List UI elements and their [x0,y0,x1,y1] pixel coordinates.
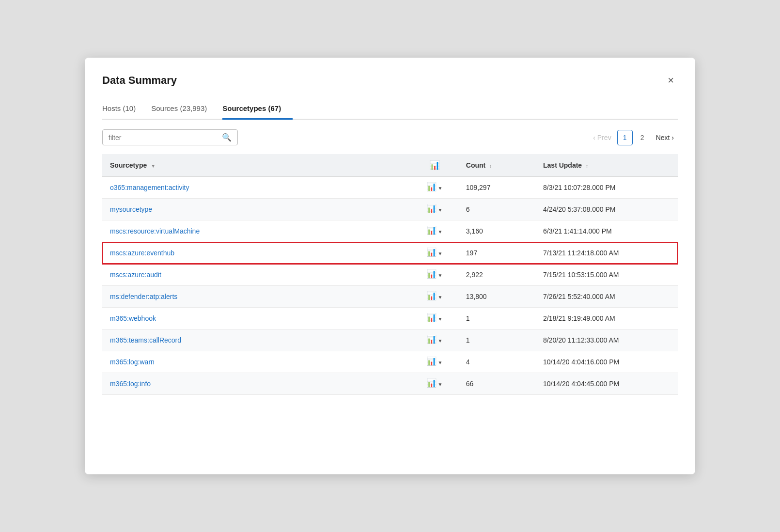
bar-chart-icon: 📊 [426,206,437,214]
sourcetype-link[interactable]: m365:webhook [110,314,156,322]
bar-chart-dropdown[interactable]: 📊 ▼ [426,206,442,214]
sourcetype-link[interactable]: mscs:azure:audit [110,271,161,279]
count-cell: 1 [458,329,535,351]
next-page-button[interactable]: Next › [652,132,678,143]
sourcetype-sort-icon[interactable]: ▼ [151,163,156,169]
dropdown-arrow-icon: ▼ [437,295,442,300]
sourcetype-link[interactable]: o365:management:activity [110,184,189,191]
bar-chart-dropdown[interactable]: 📊 ▼ [426,337,442,344]
table-row: mysourcetype📊 ▼64/24/20 5:37:08.000 PM [102,199,678,220]
sourcetype-link[interactable]: m365:log:warn [110,358,155,366]
bar-chart-icon: 📊 [426,315,437,323]
last-update-cell: 8/3/21 10:07:28.000 PM [535,177,678,199]
close-button[interactable]: × [664,73,678,88]
sourcetype-link[interactable]: mscs:resource:virtualMachine [110,227,200,235]
last-update-cell: 7/13/21 11:24:18.000 AM [535,242,678,264]
table-row: mscs:resource:virtualMachine📊 ▼3,1606/3/… [102,220,678,242]
table-row: ms:defender:atp:alerts📊 ▼13,8007/26/21 5… [102,286,678,308]
col-header-sourcetype: Sourcetype ▼ [102,154,411,177]
chart-cell: 📊 ▼ [411,329,458,351]
sourcetype-link[interactable]: m365:teams:callRecord [110,336,181,344]
last-update-cell: 10/14/20 4:04:45.000 PM [535,373,678,395]
bar-chart-icon: 📊 [426,184,437,192]
table-row: m365:log:warn📊 ▼410/14/20 4:04:16.000 PM [102,351,678,373]
bar-chart-dropdown[interactable]: 📊 ▼ [426,380,442,388]
modal-title: Data Summary [102,74,177,87]
bar-chart-dropdown[interactable]: 📊 ▼ [426,250,442,257]
dropdown-arrow-icon: ▼ [437,273,442,278]
count-cell: 66 [458,373,535,395]
table-row: m365:teams:callRecord📊 ▼18/20/20 11:12:3… [102,329,678,351]
bar-chart-icon: 📊 [426,271,437,279]
sourcetype-link[interactable]: m365:log:info [110,380,151,388]
chart-cell: 📊 ▼ [411,286,458,308]
table-row: mscs:azure:audit📊 ▼2,9227/15/21 10:53:15… [102,264,678,286]
count-cell: 1 [458,308,535,329]
tab-sourcetypes[interactable]: Sourcetypes (67) [222,99,293,120]
table-row: m365:log:info📊 ▼6610/14/20 4:04:45.000 P… [102,373,678,395]
count-sort-icon[interactable]: ↕ [489,163,492,169]
chart-cell: 📊 ▼ [411,199,458,220]
count-cell: 6 [458,199,535,220]
tab-hosts[interactable]: Hosts (10) [102,99,147,120]
chart-cell: 📊 ▼ [411,242,458,264]
search-icon: 🔍 [222,133,232,142]
dropdown-arrow-icon: ▼ [437,229,442,235]
sourcetype-cell: mscs:azure:audit [102,264,411,286]
count-cell: 2,922 [458,264,535,286]
last-update-cell: 2/18/21 9:19:49.000 AM [535,308,678,329]
pagination: ‹ Prev 1 2 Next › [589,130,678,145]
filter-box[interactable]: 🔍 [102,129,238,145]
page-1-button[interactable]: 1 [617,130,633,145]
sourcetype-cell: m365:log:info [102,373,411,395]
last-update-cell: 4/24/20 5:37:08.000 PM [535,199,678,220]
dropdown-arrow-icon: ▼ [437,316,442,322]
count-cell: 109,297 [458,177,535,199]
last-update-cell: 10/14/20 4:04:16.000 PM [535,351,678,373]
sourcetype-link[interactable]: ms:defender:atp:alerts [110,293,177,300]
dropdown-arrow-icon: ▼ [437,382,442,387]
sourcetype-link[interactable]: mscs:azure:eventhub [110,249,174,257]
sourcetypes-table: Sourcetype ▼ 📊 Count ↕ Last Update ↕ o36… [102,154,678,395]
table-body: o365:management:activity📊 ▼109,2978/3/21… [102,177,678,395]
prev-page-button[interactable]: ‹ Prev [589,132,615,143]
sourcetype-link[interactable]: mysourcetype [110,205,152,213]
col-header-count: Count ↕ [458,154,535,177]
tab-sources[interactable]: Sources (23,993) [151,99,218,120]
sourcetype-cell: mscs:azure:eventhub [102,242,411,264]
bar-chart-icon: 📊 [426,359,437,366]
sourcetype-cell: mysourcetype [102,199,411,220]
col-header-chart: 📊 [411,154,458,177]
sourcetype-cell: ms:defender:atp:alerts [102,286,411,308]
bar-chart-dropdown[interactable]: 📊 ▼ [426,271,442,279]
bar-chart-dropdown[interactable]: 📊 ▼ [426,228,442,235]
table-row: mscs:azure:eventhub📊 ▼1977/13/21 11:24:1… [102,242,678,264]
table-row: o365:management:activity📊 ▼109,2978/3/21… [102,177,678,199]
data-summary-modal: Data Summary × Hosts (10) Sources (23,99… [85,58,695,474]
dropdown-arrow-icon: ▼ [437,186,442,191]
filter-input[interactable] [109,134,222,141]
chart-cell: 📊 ▼ [411,351,458,373]
bar-chart-dropdown[interactable]: 📊 ▼ [426,315,442,323]
bar-chart-dropdown[interactable]: 📊 ▼ [426,184,442,192]
last-update-cell: 8/20/20 11:12:33.000 AM [535,329,678,351]
count-cell: 3,160 [458,220,535,242]
count-cell: 197 [458,242,535,264]
chart-column-icon: 📊 [429,160,440,170]
toolbar: 🔍 ‹ Prev 1 2 Next › [102,129,678,145]
chart-cell: 📊 ▼ [411,373,458,395]
page-2-button[interactable]: 2 [635,130,650,145]
sourcetype-cell: m365:log:warn [102,351,411,373]
last-update-cell: 7/26/21 5:52:40.000 AM [535,286,678,308]
sourcetype-cell: m365:webhook [102,308,411,329]
bar-chart-icon: 📊 [426,337,437,344]
last-update-cell: 6/3/21 1:41:14.000 PM [535,220,678,242]
bar-chart-icon: 📊 [426,250,437,257]
sourcetype-cell: o365:management:activity [102,177,411,199]
bar-chart-dropdown[interactable]: 📊 ▼ [426,293,442,301]
bar-chart-dropdown[interactable]: 📊 ▼ [426,359,442,366]
last-update-cell: 7/15/21 10:53:15.000 AM [535,264,678,286]
lastupdate-sort-icon[interactable]: ↕ [586,163,588,169]
chart-cell: 📊 ▼ [411,220,458,242]
table-row: m365:webhook📊 ▼12/18/21 9:19:49.000 AM [102,308,678,329]
